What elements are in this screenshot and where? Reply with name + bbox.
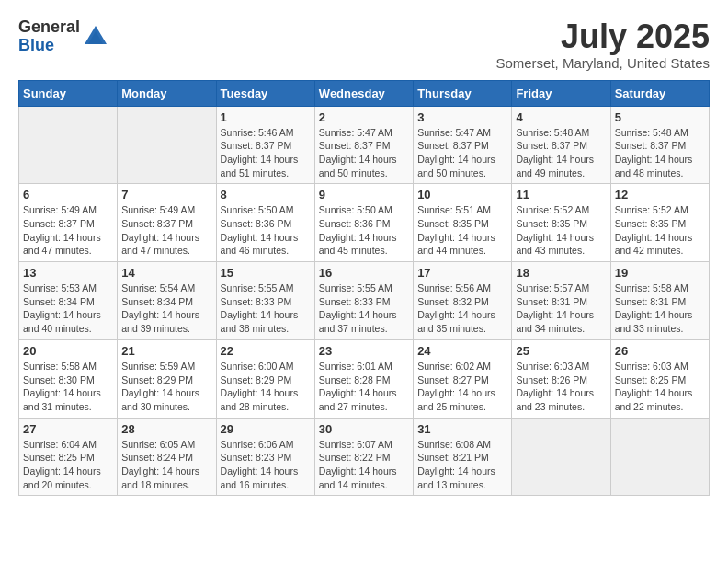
logo: General Blue xyxy=(18,18,108,55)
day-number: 20 xyxy=(23,344,113,358)
day-info: Sunrise: 6:00 AM Sunset: 8:29 PM Dayligh… xyxy=(221,360,311,414)
calendar-table: SundayMondayTuesdayWednesdayThursdayFrid… xyxy=(18,80,710,497)
day-number: 23 xyxy=(319,344,409,358)
calendar-week-1: 1Sunrise: 5:46 AM Sunset: 8:37 PM Daylig… xyxy=(19,106,710,184)
calendar-cell: 2Sunrise: 5:47 AM Sunset: 8:37 PM Daylig… xyxy=(314,106,413,184)
day-number: 14 xyxy=(121,266,211,280)
calendar-cell: 8Sunrise: 5:50 AM Sunset: 8:36 PM Daylig… xyxy=(216,184,314,262)
weekday-header-friday: Friday xyxy=(512,80,610,106)
day-number: 4 xyxy=(516,110,606,124)
calendar-cell: 3Sunrise: 5:47 AM Sunset: 8:37 PM Daylig… xyxy=(414,106,512,184)
logo-blue-text: Blue xyxy=(18,37,80,55)
day-info: Sunrise: 5:53 AM Sunset: 8:34 PM Dayligh… xyxy=(23,282,113,336)
day-number: 29 xyxy=(221,422,311,436)
day-info: Sunrise: 5:49 AM Sunset: 8:37 PM Dayligh… xyxy=(23,203,113,258)
day-info: Sunrise: 5:48 AM Sunset: 8:37 PM Dayligh… xyxy=(615,126,705,180)
calendar-cell xyxy=(512,418,610,496)
weekday-header-monday: Monday xyxy=(118,80,216,106)
day-info: Sunrise: 6:02 AM Sunset: 8:27 PM Dayligh… xyxy=(417,360,507,414)
calendar-week-5: 27Sunrise: 6:04 AM Sunset: 8:25 PM Dayli… xyxy=(19,418,710,496)
day-info: Sunrise: 5:58 AM Sunset: 8:31 PM Dayligh… xyxy=(615,282,705,336)
calendar-cell: 29Sunrise: 6:06 AM Sunset: 8:23 PM Dayli… xyxy=(216,418,314,496)
calendar-cell: 28Sunrise: 6:05 AM Sunset: 8:24 PM Dayli… xyxy=(118,418,216,496)
weekday-header-sunday: Sunday xyxy=(19,80,118,106)
day-number: 19 xyxy=(615,266,705,280)
day-number: 26 xyxy=(615,344,705,358)
day-info: Sunrise: 6:01 AM Sunset: 8:28 PM Dayligh… xyxy=(319,360,409,414)
calendar-cell: 30Sunrise: 6:07 AM Sunset: 8:22 PM Dayli… xyxy=(314,418,413,496)
weekday-header-wednesday: Wednesday xyxy=(314,80,413,106)
day-info: Sunrise: 6:03 AM Sunset: 8:26 PM Dayligh… xyxy=(516,360,606,414)
day-info: Sunrise: 5:48 AM Sunset: 8:37 PM Dayligh… xyxy=(516,126,606,180)
day-info: Sunrise: 6:05 AM Sunset: 8:24 PM Dayligh… xyxy=(121,438,211,492)
day-info: Sunrise: 6:08 AM Sunset: 8:21 PM Dayligh… xyxy=(417,438,507,492)
day-info: Sunrise: 6:03 AM Sunset: 8:25 PM Dayligh… xyxy=(615,360,705,414)
day-number: 28 xyxy=(121,422,211,436)
calendar-cell: 16Sunrise: 5:55 AM Sunset: 8:33 PM Dayli… xyxy=(314,262,413,340)
calendar-cell: 10Sunrise: 5:51 AM Sunset: 8:35 PM Dayli… xyxy=(414,184,512,262)
calendar-cell xyxy=(118,106,216,184)
day-number: 30 xyxy=(319,422,409,436)
calendar-cell: 6Sunrise: 5:49 AM Sunset: 8:37 PM Daylig… xyxy=(19,184,118,262)
day-info: Sunrise: 5:56 AM Sunset: 8:32 PM Dayligh… xyxy=(417,282,507,336)
day-info: Sunrise: 5:49 AM Sunset: 8:37 PM Dayligh… xyxy=(121,203,211,258)
day-number: 16 xyxy=(319,266,409,280)
day-number: 6 xyxy=(23,188,113,201)
day-info: Sunrise: 5:51 AM Sunset: 8:35 PM Dayligh… xyxy=(417,203,507,258)
day-number: 12 xyxy=(615,188,705,201)
day-info: Sunrise: 5:47 AM Sunset: 8:37 PM Dayligh… xyxy=(319,126,409,180)
location: Somerset, Maryland, United States xyxy=(495,55,710,71)
calendar-cell: 9Sunrise: 5:50 AM Sunset: 8:36 PM Daylig… xyxy=(314,184,413,262)
calendar-cell: 25Sunrise: 6:03 AM Sunset: 8:26 PM Dayli… xyxy=(512,339,610,418)
calendar-cell: 26Sunrise: 6:03 AM Sunset: 8:25 PM Dayli… xyxy=(610,339,709,418)
calendar-header: SundayMondayTuesdayWednesdayThursdayFrid… xyxy=(19,80,710,106)
logo-icon xyxy=(83,24,108,50)
calendar-cell: 13Sunrise: 5:53 AM Sunset: 8:34 PM Dayli… xyxy=(19,262,118,340)
calendar-cell: 5Sunrise: 5:48 AM Sunset: 8:37 PM Daylig… xyxy=(610,106,709,184)
day-number: 7 xyxy=(121,188,211,201)
day-number: 10 xyxy=(417,188,507,201)
day-info: Sunrise: 5:59 AM Sunset: 8:29 PM Dayligh… xyxy=(121,360,211,414)
calendar-cell: 19Sunrise: 5:58 AM Sunset: 8:31 PM Dayli… xyxy=(610,262,709,340)
day-info: Sunrise: 5:46 AM Sunset: 8:37 PM Dayligh… xyxy=(221,126,311,180)
day-info: Sunrise: 6:04 AM Sunset: 8:25 PM Dayligh… xyxy=(23,438,113,492)
day-info: Sunrise: 5:57 AM Sunset: 8:31 PM Dayligh… xyxy=(516,282,606,336)
day-info: Sunrise: 5:50 AM Sunset: 8:36 PM Dayligh… xyxy=(319,203,409,258)
calendar-cell: 15Sunrise: 5:55 AM Sunset: 8:33 PM Dayli… xyxy=(216,262,314,340)
calendar-cell xyxy=(19,106,118,184)
day-number: 22 xyxy=(221,344,311,358)
day-info: Sunrise: 5:52 AM Sunset: 8:35 PM Dayligh… xyxy=(516,203,606,258)
calendar-cell: 27Sunrise: 6:04 AM Sunset: 8:25 PM Dayli… xyxy=(19,418,118,496)
day-number: 13 xyxy=(23,266,113,280)
calendar-cell: 21Sunrise: 5:59 AM Sunset: 8:29 PM Dayli… xyxy=(118,339,216,418)
day-info: Sunrise: 5:52 AM Sunset: 8:35 PM Dayligh… xyxy=(615,203,705,258)
title-block: July 2025 Somerset, Maryland, United Sta… xyxy=(495,18,710,71)
calendar-cell: 7Sunrise: 5:49 AM Sunset: 8:37 PM Daylig… xyxy=(118,184,216,262)
month-title: July 2025 xyxy=(495,18,710,55)
day-number: 31 xyxy=(417,422,507,436)
calendar-cell: 23Sunrise: 6:01 AM Sunset: 8:28 PM Dayli… xyxy=(314,339,413,418)
day-number: 5 xyxy=(615,110,705,124)
calendar-cell: 1Sunrise: 5:46 AM Sunset: 8:37 PM Daylig… xyxy=(216,106,314,184)
day-number: 11 xyxy=(516,188,606,201)
day-number: 2 xyxy=(319,110,409,124)
day-number: 1 xyxy=(221,110,311,124)
day-number: 25 xyxy=(516,344,606,358)
day-number: 17 xyxy=(417,266,507,280)
day-info: Sunrise: 5:55 AM Sunset: 8:33 PM Dayligh… xyxy=(221,282,311,336)
calendar-cell: 18Sunrise: 5:57 AM Sunset: 8:31 PM Dayli… xyxy=(512,262,610,340)
day-number: 15 xyxy=(221,266,311,280)
day-info: Sunrise: 6:07 AM Sunset: 8:22 PM Dayligh… xyxy=(319,438,409,492)
calendar-week-2: 6Sunrise: 5:49 AM Sunset: 8:37 PM Daylig… xyxy=(19,184,710,262)
calendar-week-4: 20Sunrise: 5:58 AM Sunset: 8:30 PM Dayli… xyxy=(19,339,710,418)
day-info: Sunrise: 5:54 AM Sunset: 8:34 PM Dayligh… xyxy=(121,282,211,336)
calendar-cell: 20Sunrise: 5:58 AM Sunset: 8:30 PM Dayli… xyxy=(19,339,118,418)
day-info: Sunrise: 6:06 AM Sunset: 8:23 PM Dayligh… xyxy=(221,438,311,492)
day-number: 9 xyxy=(319,188,409,201)
calendar-cell: 12Sunrise: 5:52 AM Sunset: 8:35 PM Dayli… xyxy=(610,184,709,262)
weekday-header-tuesday: Tuesday xyxy=(216,80,314,106)
weekday-header-thursday: Thursday xyxy=(414,80,512,106)
calendar-cell xyxy=(610,418,709,496)
calendar-week-3: 13Sunrise: 5:53 AM Sunset: 8:34 PM Dayli… xyxy=(19,262,710,340)
day-info: Sunrise: 5:50 AM Sunset: 8:36 PM Dayligh… xyxy=(221,203,311,258)
